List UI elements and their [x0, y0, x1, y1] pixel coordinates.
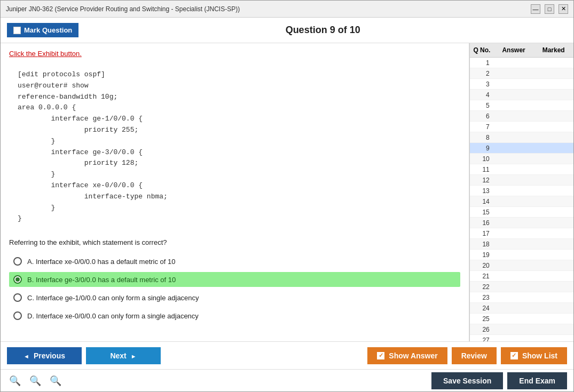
q-num-14: 14 [470, 198, 494, 205]
title-bar-buttons: — □ ✕ [531, 4, 568, 14]
zoom-out-button[interactable]: 🔍 [48, 374, 64, 388]
q-row-22[interactable]: 22 [470, 282, 573, 292]
q-row-16[interactable]: 16 [470, 218, 573, 228]
q-num-19: 19 [470, 251, 494, 259]
window-title: Juniper JN0-362 (Service Provider Routin… [6, 5, 240, 13]
q-num-12: 12 [470, 177, 494, 184]
option-radio-d [13, 311, 22, 320]
q-row-21[interactable]: 21 [470, 271, 573, 282]
q-num-8: 8 [470, 134, 494, 141]
col-header-qno: Q No. [470, 45, 494, 55]
q-num-24: 24 [470, 305, 494, 312]
q-row-1[interactable]: 1 [470, 58, 573, 68]
q-num-15: 15 [470, 209, 494, 216]
q-row-8[interactable]: 8 [470, 132, 573, 143]
q-num-22: 22 [470, 283, 494, 291]
q-row-3[interactable]: 3 [470, 79, 573, 90]
end-exam-button[interactable]: End Exam [507, 372, 567, 389]
maximize-button[interactable]: □ [545, 4, 554, 14]
option-label-b: B. Interface ge-3/0/0.0 has a default me… [27, 276, 176, 284]
q-num-9: 9 [470, 145, 494, 152]
q-num-1: 1 [470, 59, 494, 67]
option-a[interactable]: A. Interface xe-0/0/0.0 has a default me… [9, 254, 460, 269]
q-num-25: 25 [470, 315, 494, 323]
q-row-19[interactable]: 19 [470, 250, 573, 260]
zoom-normal-button[interactable]: 🔍 [27, 374, 43, 388]
q-row-20[interactable]: 20 [470, 260, 573, 271]
q-num-10: 10 [470, 155, 494, 163]
mark-question-label: Mark Question [24, 26, 72, 34]
question-list-scroll[interactable]: 1234567891011121314151617181920212223242… [470, 58, 573, 341]
q-row-7[interactable]: 7 [470, 122, 573, 132]
show-answer-button[interactable]: Show Answer [367, 347, 447, 364]
chevron-left-icon [23, 351, 29, 360]
option-label-a: A. Interface xe-0/0/0.0 has a default me… [27, 258, 176, 266]
question-title: Question 9 of 10 [78, 25, 567, 36]
mark-question-button[interactable]: Mark Question [7, 23, 78, 37]
q-row-18[interactable]: 18 [470, 239, 573, 250]
main-content: Click the Exhibit button. [edit protocol… [1, 43, 573, 341]
q-row-10[interactable]: 10 [470, 154, 573, 164]
zoom-in-button[interactable]: 🔍 [7, 374, 23, 388]
q-row-2[interactable]: 2 [470, 68, 573, 79]
q-row-15[interactable]: 15 [470, 207, 573, 218]
next-label: Next [110, 351, 126, 360]
q-row-11[interactable]: 11 [470, 164, 573, 175]
q-row-24[interactable]: 24 [470, 303, 573, 314]
q-num-6: 6 [470, 113, 494, 120]
q-num-11: 11 [470, 166, 494, 173]
option-label-d: D. Interface xe-0/0/0.0 can only form a … [27, 312, 199, 320]
options-list: A. Interface xe-0/0/0.0 has a default me… [9, 254, 460, 323]
q-num-23: 23 [470, 294, 494, 301]
q-num-3: 3 [470, 81, 494, 88]
q-row-17[interactable]: 17 [470, 228, 573, 239]
q-row-23[interactable]: 23 [470, 292, 573, 303]
show-list-label: Show List [522, 351, 557, 360]
q-row-12[interactable]: 12 [470, 175, 573, 186]
question-area: Click the Exhibit button. [edit protocol… [1, 43, 469, 341]
next-button[interactable]: Next [86, 347, 161, 364]
option-c[interactable]: C. Interface ge-1/0/0.0 can only form a … [9, 290, 460, 305]
q-num-16: 16 [470, 219, 494, 227]
review-button[interactable]: Review [452, 347, 497, 364]
q-num-13: 13 [470, 187, 494, 195]
close-button[interactable]: ✕ [559, 4, 568, 14]
option-b[interactable]: B. Interface ge-3/0/0.0 has a default me… [9, 272, 460, 287]
q-num-7: 7 [470, 123, 494, 131]
question-list-panel: Q No. Answer Marked 12345678910111213141… [469, 43, 573, 341]
q-row-14[interactable]: 14 [470, 196, 573, 207]
q-row-26[interactable]: 26 [470, 324, 573, 335]
q-row-9[interactable]: 9 [470, 143, 573, 154]
option-label-c: C. Interface ge-1/0/0.0 can only form a … [27, 294, 199, 302]
q-row-5[interactable]: 5 [470, 100, 573, 111]
save-session-button[interactable]: Save Session [431, 372, 503, 389]
q-num-27: 27 [470, 337, 494, 342]
q-row-6[interactable]: 6 [470, 111, 573, 122]
q-num-18: 18 [470, 241, 494, 248]
title-bar: Juniper JN0-362 (Service Provider Routin… [1, 1, 573, 18]
show-answer-icon [377, 352, 384, 359]
bottom-toolbar: Previous Next Show Answer Review Show Li… [1, 341, 573, 369]
q-row-25[interactable]: 25 [470, 314, 573, 324]
exhibit-link[interactable]: Exhibit [37, 50, 58, 58]
q-row-27[interactable]: 27 [470, 335, 573, 341]
main-window: Juniper JN0-362 (Service Provider Routin… [0, 0, 574, 392]
show-answer-label: Show Answer [389, 351, 437, 360]
previous-button[interactable]: Previous [7, 347, 82, 364]
exhibit-post-text: button. [59, 50, 82, 58]
show-list-button[interactable]: Show List [501, 347, 567, 364]
exhibit-instruction: Click the Exhibit button. [9, 50, 460, 58]
q-row-13[interactable]: 13 [470, 186, 573, 196]
q-num-17: 17 [470, 230, 494, 237]
previous-label: Previous [34, 351, 65, 360]
option-d[interactable]: D. Interface xe-0/0/0.0 can only form a … [9, 308, 460, 323]
question-rows: 1234567891011121314151617181920212223242… [470, 58, 573, 341]
q-row-4[interactable]: 4 [470, 90, 573, 100]
mark-checkbox-icon [13, 27, 21, 34]
q-num-26: 26 [470, 326, 494, 333]
minimize-button[interactable]: — [531, 4, 540, 14]
option-radio-a [13, 257, 22, 266]
q-num-4: 4 [470, 91, 494, 99]
review-label: Review [461, 351, 487, 360]
q-num-21: 21 [470, 273, 494, 280]
